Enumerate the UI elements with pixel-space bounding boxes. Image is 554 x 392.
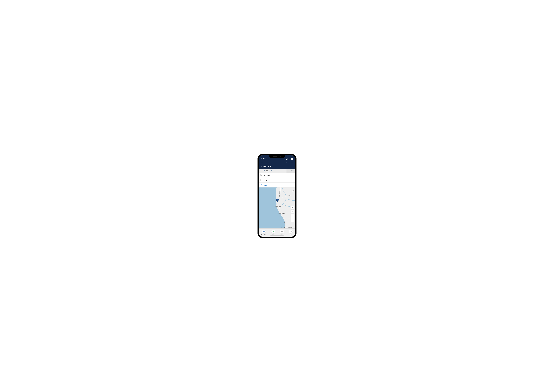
- search-icon[interactable]: [286, 161, 289, 164]
- map-toggle-button[interactable]: Map: [286, 169, 295, 173]
- hamburger-menu-icon[interactable]: [260, 161, 263, 164]
- svg-point-26: [277, 199, 278, 200]
- map-locate-button[interactable]: [291, 206, 294, 210]
- plus-icon: [272, 231, 274, 232]
- svg-rect-30: [282, 231, 282, 232]
- bottom-label: Delete: [281, 234, 284, 235]
- home-indicator[interactable]: [270, 236, 284, 236]
- phone-notch: [269, 155, 285, 158]
- view-option-label: Day: [264, 179, 267, 181]
- next-month-icon[interactable]: [270, 169, 272, 172]
- bottom-toolbar: Show Chart New Delete: [259, 228, 295, 237]
- map-label-camano: Camano: [275, 206, 281, 208]
- date-toolbar: Mar Map: [259, 169, 295, 173]
- bottom-label: New: [272, 234, 274, 235]
- svg-point-35: [290, 231, 291, 232]
- map-pin[interactable]: [276, 199, 279, 202]
- page-title: Bookings: [261, 165, 269, 168]
- month-label: Mar: [266, 170, 269, 172]
- svg-point-3: [287, 162, 288, 163]
- page-title-dropdown[interactable]: Bookings: [260, 165, 294, 169]
- view-option-label: Agenda: [264, 174, 270, 176]
- network-label: 5G E: [288, 158, 291, 160]
- map-zoom-in-button[interactable]: ＋: [291, 210, 294, 214]
- battery-icon: [291, 158, 293, 160]
- svg-line-4: [288, 163, 288, 163]
- map-controls: ＋ －: [291, 206, 294, 222]
- calendar-icon[interactable]: [263, 170, 265, 172]
- chart-icon: [263, 231, 265, 232]
- map-background: [259, 188, 295, 228]
- day-icon: [260, 179, 262, 181]
- location-services-icon: [265, 158, 267, 160]
- phone-frame: 12:52 5G E: [257, 154, 297, 238]
- map-zoom-out-button[interactable]: －: [291, 214, 294, 218]
- map-person-icon: [288, 170, 290, 172]
- more-icon: [290, 231, 292, 232]
- app-header: Bookings: [259, 160, 295, 169]
- svg-point-23: [261, 184, 262, 184]
- view-option-label: Map: [264, 184, 267, 186]
- view-options-list: Agenda Day Map: [259, 173, 295, 188]
- map-toggle-label: Map: [291, 170, 294, 172]
- bottom-label: More: [290, 234, 292, 235]
- delete-button[interactable]: Delete: [280, 230, 284, 235]
- bottom-label: Show Chart: [261, 234, 266, 235]
- map-label-indian-beach: Indian Beach: [277, 212, 285, 214]
- map-tilt-button[interactable]: [291, 218, 294, 222]
- map-road-w-mon: W Mon: [287, 217, 290, 219]
- prev-month-icon[interactable]: [260, 169, 262, 172]
- chevron-down-icon: [270, 165, 271, 168]
- more-button[interactable]: More: [289, 230, 293, 235]
- map-road-p: P: [290, 188, 291, 189]
- new-button[interactable]: New: [271, 230, 275, 235]
- show-chart-button[interactable]: Show Chart: [261, 230, 266, 235]
- svg-point-36: [291, 231, 291, 232]
- status-time: 12:52: [261, 158, 265, 160]
- map-icon: [260, 184, 262, 186]
- trash-icon: [281, 231, 283, 232]
- signal-icon: [286, 158, 288, 160]
- map-canvas[interactable]: Camano Indian Beach SW Camano Dr W Caman…: [259, 188, 295, 228]
- svg-rect-18: [261, 179, 262, 181]
- agenda-icon: [260, 174, 262, 176]
- phone-screen: 12:52 5G E: [259, 155, 295, 237]
- view-option-map[interactable]: Map: [259, 182, 295, 188]
- svg-point-13: [289, 170, 289, 170]
- view-option-agenda[interactable]: Agenda: [259, 173, 295, 178]
- view-option-day[interactable]: Day: [259, 178, 295, 182]
- add-icon[interactable]: [291, 161, 294, 164]
- svg-rect-8: [264, 170, 265, 171]
- map-attribution: ©2020 TomTom, ©2019 Microsoft: [281, 227, 294, 228]
- svg-point-37: [291, 231, 291, 232]
